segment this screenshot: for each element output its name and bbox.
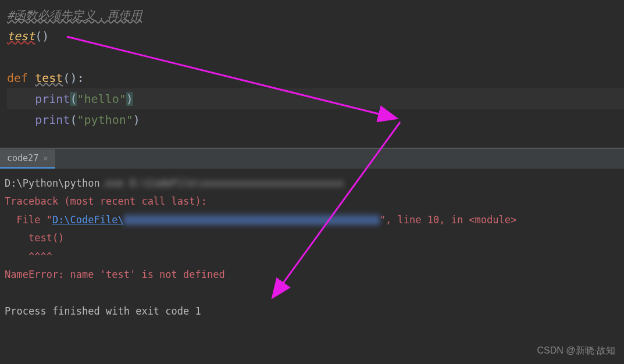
console-test-call: test() — [5, 229, 619, 247]
console-process: Process finished with exit code 1 — [5, 302, 619, 320]
call-parens: () — [35, 29, 49, 43]
watermark: CSDN @新晓·故知 — [537, 345, 615, 357]
code-line-print1: print("hello") — [7, 88, 624, 109]
console-blank — [5, 284, 619, 302]
code-line-comment: #函数必须先定义，再使用 — [7, 5, 624, 26]
function-call: test — [7, 29, 35, 43]
print-builtin: print — [35, 92, 70, 106]
console-nameerror: NameError: name 'test' is not defined — [5, 266, 619, 284]
paren-close: ) — [126, 92, 133, 106]
paren-open: ( — [70, 113, 77, 127]
comment-text: #函数必须先定义，再使用 — [7, 8, 142, 22]
code-line-call: test() — [7, 26, 624, 47]
close-icon[interactable]: × — [43, 154, 48, 163]
def-keyword: def — [7, 71, 35, 85]
tab-label: code27 — [7, 153, 38, 163]
print-builtin: print — [35, 113, 70, 127]
code-line-print2: print("python") — [7, 109, 624, 130]
string-python: "python" — [77, 113, 133, 127]
console-tab-bar: code27 × — [0, 148, 624, 169]
function-def-name: test — [35, 71, 63, 85]
file-link[interactable]: D:\CodeFile\ — [52, 214, 124, 226]
paren-close: ) — [133, 113, 140, 127]
console-file-line: File "D:\CodeFile\xxxxxxxxxxxxxxxxxxxxxx… — [5, 211, 619, 229]
code-editor[interactable]: #函数必须先定义，再使用 test() def test(): print("h… — [0, 0, 624, 148]
paren-open: ( — [70, 92, 77, 106]
code-line-def: def test(): — [7, 67, 624, 88]
console-output[interactable]: D:\Python\python.exe D:\CodeFile\xxxxxxx… — [0, 169, 624, 327]
def-parens: (): — [63, 71, 84, 85]
string-hello: "hello" — [77, 92, 126, 106]
code-line-blank — [7, 47, 624, 67]
tab-code27[interactable]: code27 × — [0, 149, 55, 169]
console-traceback: Traceback (most recent call last): — [5, 192, 619, 210]
console-carets: ^^^^ — [5, 248, 619, 266]
console-path: D:\Python\python.exe D:\CodeFile\xxxxxxx… — [5, 174, 619, 192]
